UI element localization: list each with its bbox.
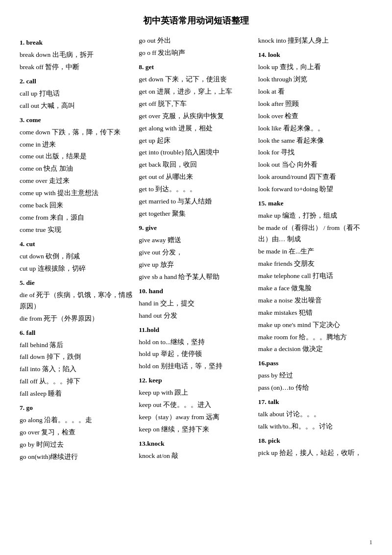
list-item: get together 聚集 — [139, 208, 253, 220]
list-item: get into (trouble) 陷入困境中 — [139, 147, 253, 158]
list-item: go along 沿着。。。。走 — [20, 415, 134, 426]
list-item: die from 死于（外界原因） — [20, 313, 134, 325]
list-item: get to 到达。。。。 — [139, 184, 253, 195]
list-item: look like 看起来像。。 — [258, 123, 372, 134]
list-item: look after 照顾 — [258, 99, 372, 110]
list-item: fall into 落入；陷入 — [20, 364, 134, 375]
list-item: give sb a hand 给予某人帮助 — [139, 272, 253, 283]
list-item: make a decision 做决定 — [258, 344, 372, 355]
list-item: come back 回来 — [20, 200, 134, 211]
list-item: talk about 讨论。。。 — [258, 409, 372, 420]
list-item: look over 检查 — [258, 111, 372, 122]
list-item: look around/round 四下查看 — [258, 172, 372, 183]
list-item: die of 死于（疾病，饥饿，寒冷，情感原因） — [20, 290, 134, 312]
list-item: get back 取回，收回 — [139, 159, 253, 171]
section-header: 2. call — [20, 76, 134, 87]
list-item: get off 脱下,下车 — [139, 99, 253, 110]
list-item: call out 大喊，高叫 — [20, 101, 134, 112]
list-item: go out 外出 — [139, 35, 253, 47]
list-item: look at 看 — [258, 86, 372, 98]
section-header: 18. pick — [258, 435, 372, 447]
section-header: 10. hand — [139, 286, 253, 297]
list-item: get out of 从哪出来 — [139, 172, 253, 183]
list-item: be made of（看得出） / from（看不出）由… 制成 — [258, 223, 372, 245]
list-item: be made in 在...生产 — [258, 246, 372, 257]
list-item: make friends 交朋友 — [258, 258, 372, 270]
list-item: get married to 与某人结婚 — [139, 196, 253, 207]
section-header: 15. make — [258, 198, 372, 209]
list-item: give away 赠送 — [139, 235, 253, 246]
list-item: give out 分发， — [139, 247, 253, 258]
list-item: hold on to...继续，坚持 — [139, 337, 253, 348]
section-header: 14. look — [258, 50, 372, 61]
content-columns: 1. breakbreak down 出毛病，拆开break off 暂停，中断… — [20, 35, 372, 463]
list-item: make a face 做鬼脸 — [258, 283, 372, 294]
list-item: hand out 分发 — [139, 310, 253, 322]
section-header: 12. keep — [139, 375, 253, 386]
list-item: come over 走过来 — [20, 176, 134, 187]
section-header: 8. get — [139, 62, 253, 73]
list-item: break down 出毛病，拆开 — [20, 50, 134, 61]
list-item: call up 打电话 — [20, 88, 134, 100]
list-item: look the same 看起来像 — [258, 135, 372, 147]
list-item: keep on 继续，坚持下来 — [139, 424, 253, 435]
list-item: get along with 进展，相处 — [139, 123, 253, 134]
list-item: make mistakes 犯错 — [258, 307, 372, 319]
list-item: make a noise 发出噪音 — [258, 295, 372, 306]
list-item: come in 进来 — [20, 139, 134, 151]
list-item: knock at/on 敲 — [139, 451, 253, 462]
column-1: 1. breakbreak down 出毛病，拆开break off 暂停，中断… — [20, 35, 134, 463]
column-3: knock into 撞到某人身上14. looklook up 查找，向上看l… — [258, 35, 372, 459]
section-header: 4. cut — [20, 239, 134, 250]
section-header: 17. talk — [258, 397, 372, 408]
list-item: fall behind 落后 — [20, 340, 134, 351]
section-header: 9. give — [139, 223, 253, 234]
section-header: 11.hold — [139, 325, 253, 336]
list-item: keep（stay）away from 远离 — [139, 412, 253, 423]
list-item: look up 查找，向上看 — [258, 62, 372, 73]
list-item: give up 放弃 — [139, 259, 253, 271]
list-item: get over 克服，从疾病中恢复 — [139, 111, 253, 122]
section-header: 6. fall — [20, 328, 134, 339]
list-item: make up one's mind 下定决心 — [258, 320, 372, 331]
section-header: 5. die — [20, 278, 134, 289]
list-item: pick up 拾起，接人，站起，收听， — [258, 448, 372, 459]
list-item: cut up 连根拔除，切碎 — [20, 263, 134, 275]
list-item: come true 实现 — [20, 225, 134, 236]
list-item: come from 来自，源自 — [20, 212, 134, 224]
list-item: keep out 不使。。。进入 — [139, 400, 253, 411]
list-item: come on 快点 加油 — [20, 163, 134, 175]
list-item: hold up 举起，使停顿 — [139, 349, 253, 360]
list-item: go on(with)继续进行 — [20, 452, 134, 463]
list-item: get up 起床 — [139, 135, 253, 147]
section-header: 3. come — [20, 115, 134, 126]
page-number: 1 — [369, 538, 373, 546]
section-header: 13.knock — [139, 438, 253, 450]
list-item: look forward to+doing 盼望 — [258, 184, 372, 195]
list-item: look for 寻找 — [258, 147, 372, 158]
page: 初中英语常用动词短语整理 1. breakbreak down 出毛病，拆开br… — [0, 0, 392, 555]
list-item: come up with 提出主意想法 — [20, 188, 134, 199]
list-item: hand in 交上，提交 — [139, 298, 253, 309]
column-2: go out 外出go o ff 发出响声8. getget down 下来，记… — [139, 35, 253, 462]
list-item: get down 下来，记下，使沮丧 — [139, 74, 253, 85]
list-item: fall asleep 睡着 — [20, 388, 134, 400]
list-item: look through 浏览 — [258, 74, 372, 85]
page-title: 初中英语常用动词短语整理 — [20, 15, 372, 26]
list-item: come out 出版，结果是 — [20, 151, 134, 162]
list-item: go over 复习，检查 — [20, 427, 134, 438]
section-header: 16.pass — [258, 358, 372, 369]
list-item: get on 进展，进步，穿上，上车 — [139, 86, 253, 98]
list-item: keep up with 跟上 — [139, 387, 253, 399]
section-header: 1. break — [20, 37, 134, 49]
list-item: break off 暂停，中断 — [20, 62, 134, 73]
list-item: pass (on)…to 传给 — [258, 382, 372, 394]
list-item: knock into 撞到某人身上 — [258, 35, 372, 47]
section-header: 7. go — [20, 403, 134, 414]
list-item: fall down 掉下，跌倒 — [20, 352, 134, 363]
list-item: fall off 从。。。掉下 — [20, 376, 134, 387]
list-item: go by 时间过去 — [20, 439, 134, 451]
list-item: talk with/to..和。。。讨论 — [258, 421, 372, 432]
list-item: make telephone call 打电话 — [258, 271, 372, 282]
list-item: hold on 别挂电话，等，坚持 — [139, 361, 253, 372]
